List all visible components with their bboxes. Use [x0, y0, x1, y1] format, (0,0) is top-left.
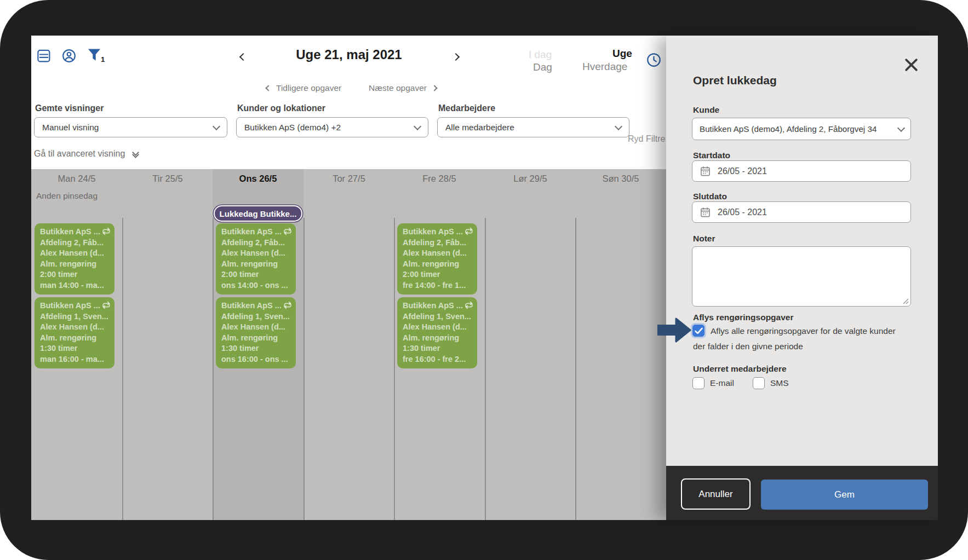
view-weekdays[interactable]: Hverdage: [582, 61, 627, 73]
task-location: Afdeling 2, Fåb...: [403, 238, 473, 249]
prev-week-button[interactable]: [240, 52, 246, 62]
menu-button[interactable]: [37, 49, 51, 65]
saved-views-value: Manuel visning: [42, 123, 214, 132]
repeat-icon: [101, 227, 111, 239]
column-divider: [485, 218, 486, 520]
prev-tasks-link[interactable]: Tidligere opgaver: [263, 83, 341, 93]
user-button[interactable]: [62, 49, 76, 65]
customer-select[interactable]: Butikken ApS (demo4), Afdeling 2, Fåborg…: [692, 118, 911, 140]
day-header-tir: Tir 25/5: [122, 174, 213, 184]
day-header-tor: Tor 27/5: [303, 174, 394, 184]
day-header-ons: Ons 26/5: [213, 174, 303, 184]
advanced-view-label: Gå til avanceret visning: [34, 149, 125, 158]
chevron-down-icon: [414, 122, 421, 130]
dialog-body: Opret lukkedag Kunde Butikken ApS (demo4…: [666, 36, 938, 466]
chevron-down-icon: [615, 122, 622, 130]
save-button[interactable]: Gem: [761, 480, 928, 510]
employees-label: Medarbejdere: [438, 103, 495, 113]
cancel-button[interactable]: Annuller: [681, 478, 751, 510]
notes-label: Noter: [693, 234, 715, 244]
dialog-title: Opret lukkedag: [693, 74, 777, 87]
end-date-label: Slutdato: [693, 192, 727, 201]
chevron-left-icon: [239, 53, 247, 61]
task-card[interactable]: Butikken ApS ... Afdeling 1, Sven... Ale…: [35, 297, 114, 368]
clear-filters-button[interactable]: Ryd Filtre: [628, 134, 665, 144]
task-duration: 1:30 timer: [403, 343, 473, 354]
view-today[interactable]: I dag: [529, 49, 552, 61]
end-date-value: 26/05 - 2021: [718, 207, 767, 217]
create-closed-day-dialog: Opret lukkedag Kunde Butikken ApS (demo4…: [666, 36, 938, 520]
task-card[interactable]: Butikken ApS ... Afdeling 1, Sven... Ale…: [397, 297, 477, 368]
next-tasks-label: Næste opgaver: [369, 83, 427, 93]
task-duration: 2:00 timer: [221, 269, 291, 280]
task-location: Afdeling 1, Sven...: [40, 311, 110, 322]
task-type: Alm. rengøring: [40, 259, 110, 270]
task-time: fre 16:00 - fre 2...: [403, 354, 473, 365]
task-card[interactable]: Butikken ApS ... Afdeling 1, Sven... Ale…: [216, 297, 296, 368]
filter-button[interactable]: [87, 47, 102, 65]
task-employee: Alex Hansen (d...: [40, 322, 110, 333]
customer-value: Butikken ApS (demo4), Afdeling 2, Fåborg…: [700, 124, 898, 134]
column-divider: [122, 218, 123, 520]
day-header-fre: Fre 28/5: [394, 174, 485, 184]
menu-icon: [37, 49, 51, 63]
view-week[interactable]: Uge: [612, 48, 632, 60]
task-time: man 16:00 - ma...: [40, 354, 110, 365]
calendar-icon: [700, 207, 711, 217]
task-card[interactable]: Butikken ApS ... Afdeling 2, Fåb... Alex…: [216, 223, 296, 295]
email-label: E-mail: [710, 378, 734, 388]
double-chevron-down-icon: [133, 153, 138, 157]
day-header-man: Man 24/5: [31, 174, 122, 184]
customers-label: Kunder og lokationer: [237, 103, 325, 113]
closed-day-badge[interactable]: Lukkedag Butikke...: [214, 205, 302, 222]
resize-grip-icon: [903, 298, 909, 304]
chevron-left-icon: [265, 85, 271, 91]
time-button[interactable]: [646, 53, 661, 70]
task-card[interactable]: Butikken ApS ... Afdeling 2, Fåb... Alex…: [397, 223, 477, 295]
calendar-grid: Man 24/5 Tir 25/5 Ons 26/5 Tor 27/5 Fre …: [31, 169, 666, 520]
close-button[interactable]: [904, 57, 919, 74]
task-employee: Alex Hansen (d...: [403, 248, 473, 259]
view-day[interactable]: Dag: [533, 61, 552, 73]
task-location: Afdeling 1, Sven...: [221, 311, 291, 322]
next-week-button[interactable]: [453, 52, 459, 62]
notes-textarea[interactable]: [692, 246, 911, 307]
task-type: Alm. rengøring: [403, 333, 473, 344]
pointer-arrow-icon: [657, 317, 691, 345]
task-employee: Alex Hansen (d...: [221, 322, 291, 333]
sms-checkbox[interactable]: [753, 377, 765, 389]
task-card[interactable]: Butikken ApS ... Afdeling 2, Fåb... Alex…: [35, 223, 114, 295]
start-date-field[interactable]: 26/05 - 2021: [692, 160, 911, 182]
task-employee: Alex Hansen (d...: [40, 248, 110, 259]
task-duration: 2:00 timer: [403, 269, 473, 280]
end-date-field[interactable]: 26/05 - 2021: [692, 201, 911, 223]
prev-tasks-label: Tidligere opgaver: [276, 83, 341, 93]
chevron-down-icon: [213, 122, 220, 130]
column-divider: [575, 218, 576, 520]
task-location: Afdeling 2, Fåb...: [221, 238, 291, 249]
task-time: ons 16:00 - ons ...: [221, 354, 291, 365]
next-tasks-link[interactable]: Næste opgaver: [369, 83, 440, 93]
task-time: man 14:00 - ma...: [40, 280, 110, 291]
filter-count-badge: 1: [101, 55, 105, 63]
device-frame: 1 Uge 21, maj 2021 I dag Dag Uge Hverdag…: [0, 0, 968, 560]
notify-section-label: Underret medarbejdere: [693, 364, 787, 374]
task-customer: Butikken ApS ...: [403, 301, 473, 311]
employees-select[interactable]: Alle medarbejdere: [437, 117, 629, 137]
customers-select[interactable]: Butikken ApS (demo4) +2: [236, 117, 428, 137]
saved-views-select[interactable]: Manuel visning: [34, 117, 227, 137]
email-checkbox[interactable]: [692, 377, 704, 389]
task-type: Alm. rengøring: [403, 259, 473, 270]
cancel-tasks-checkbox[interactable]: [692, 325, 704, 337]
check-icon: [695, 327, 703, 334]
task-customer: Butikken ApS ...: [221, 227, 291, 238]
task-time: fre 14:00 - fre 1...: [403, 280, 473, 291]
repeat-icon: [101, 301, 111, 313]
repeat-icon: [464, 301, 474, 313]
repeat-icon: [283, 227, 293, 239]
advanced-view-link[interactable]: Gå til avanceret visning: [34, 149, 138, 159]
task-type: Alm. rengøring: [221, 333, 291, 344]
chevron-right-icon: [432, 85, 438, 91]
sms-label: SMS: [770, 378, 789, 388]
calendar-icon: [700, 166, 711, 176]
